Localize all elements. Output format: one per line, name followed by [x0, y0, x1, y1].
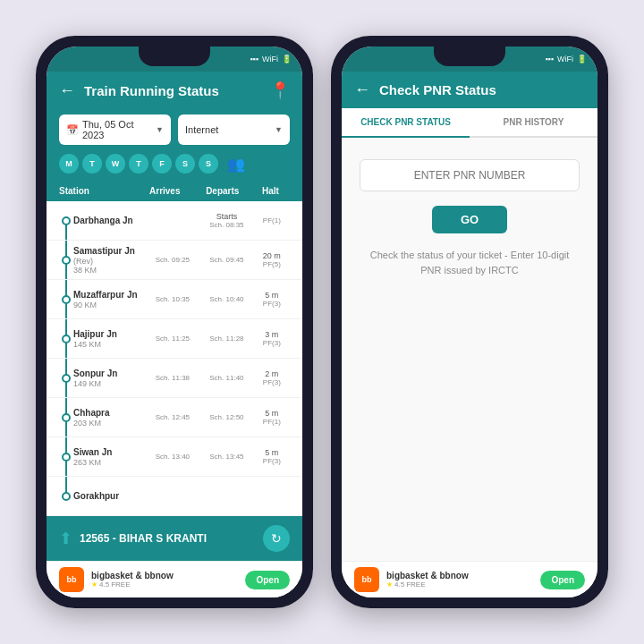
- train-header-title: Train Running Status: [84, 83, 261, 98]
- halt-cell: 20 m PF(5): [254, 251, 290, 268]
- station-info: Gorakhpur: [73, 491, 146, 502]
- train-number: 12565 - BIHAR S KRANTI: [80, 532, 207, 545]
- source-selector[interactable]: Internet ▼: [178, 114, 290, 145]
- star-icon-left: ★: [91, 580, 97, 589]
- station-info: Darbhanga Jn: [73, 216, 146, 226]
- open-button-left[interactable]: Open: [245, 571, 290, 589]
- halt-time: 2 m: [254, 369, 290, 378]
- timeline: [59, 319, 73, 358]
- timeline: [59, 280, 73, 318]
- station-name: Samastipur Jn: [73, 246, 146, 257]
- star-icon-right: ★: [386, 580, 393, 589]
- signal-icon: ▪▪▪: [250, 55, 258, 64]
- departs-sch: Sch. 08:35: [199, 221, 254, 229]
- ad-banner-left: bb bigbasket & bbnow ★ 4.5 FREE Open: [47, 561, 302, 597]
- departs-cell: Sch. 13:45: [199, 453, 254, 461]
- station-km: 90 KM: [73, 301, 146, 309]
- timeline: [59, 437, 73, 476]
- ad-rating-left: ★ 4.5 FREE: [91, 580, 238, 589]
- table-row: Darbhanga Jn Starts Sch. 08:35 PF(1): [47, 201, 302, 241]
- table-row: Muzaffarpur Jn 90 KM Sch. 10:35 Sch. 10:…: [47, 280, 302, 319]
- arrives-cell: Sch. 13:40: [146, 453, 200, 461]
- day-btn-w[interactable]: W: [106, 154, 125, 174]
- train-icon: ⬆: [59, 529, 72, 548]
- departs-cell: Sch. 10:40: [199, 295, 254, 303]
- col-departs: Departs: [194, 186, 252, 196]
- back-button-right[interactable]: ←: [354, 80, 370, 99]
- battery-icon-r: 🔋: [577, 55, 587, 64]
- timeline: [59, 477, 73, 515]
- train-controls: 📅 Thu, 05 Oct 2023 ▼ Internet ▼: [47, 109, 302, 154]
- platform: PF(1): [254, 216, 290, 225]
- station-name: Sonpur Jn: [73, 369, 146, 379]
- station-name: Chhapra: [73, 408, 146, 419]
- timeline-dot: [62, 374, 71, 383]
- rating-value-left: 4.5: [99, 580, 109, 589]
- tab-check-pnr[interactable]: CHECK PNR STATUS: [342, 108, 470, 138]
- pnr-header: ← Check PNR Status: [342, 72, 597, 108]
- day-btn-s2[interactable]: S: [199, 154, 218, 174]
- ad-info-left: bigbasket & bbnow ★ 4.5 FREE: [91, 571, 238, 589]
- pnr-tabs: CHECK PNR STATUS PNR HISTORY: [342, 108, 597, 138]
- day-btn-m[interactable]: M: [59, 154, 79, 174]
- pnr-input[interactable]: [360, 159, 580, 191]
- departs-cell: Sch. 11:40: [199, 374, 254, 382]
- date-text: Thu, 05 Oct 2023: [82, 119, 152, 140]
- refresh-button[interactable]: ↻: [263, 525, 290, 552]
- ad-rating-right: ★ 4.5 FREE: [386, 580, 533, 589]
- col-arrives: Arrives: [136, 186, 194, 196]
- signal-icon-r: ▪▪▪: [545, 55, 554, 64]
- halt-time: 5 m: [254, 448, 290, 457]
- day-btn-t2[interactable]: T: [129, 154, 148, 174]
- back-button-left[interactable]: ←: [59, 81, 75, 100]
- timeline-dot: [62, 295, 71, 304]
- arrives-sch: Sch. 10:35: [146, 295, 200, 303]
- station-name: Siwan Jn: [73, 447, 146, 458]
- station-name: Hajipur Jn: [73, 329, 146, 340]
- go-button[interactable]: GO: [432, 206, 507, 233]
- ad-tag-right: FREE: [406, 580, 425, 589]
- date-selector[interactable]: 📅 Thu, 05 Oct 2023 ▼: [59, 114, 171, 145]
- status-icons-right: ▪▪▪ WiFi 🔋: [545, 55, 587, 64]
- timeline: [59, 359, 73, 397]
- day-btn-t1[interactable]: T: [82, 154, 102, 174]
- timeline-dot: [62, 256, 71, 265]
- timeline-dot: [62, 413, 71, 422]
- departs-sch: Sch. 10:40: [199, 295, 254, 303]
- departs-sch: Sch. 11:28: [199, 335, 254, 343]
- departs-sch: Sch. 09:45: [199, 256, 254, 264]
- battery-icon: 🔋: [282, 55, 292, 64]
- ad-logo-right: bb: [354, 567, 379, 592]
- station-name: Muzaffarpur Jn: [73, 290, 146, 301]
- station-info: Samastipur Jn (Rev) 38 KM: [73, 246, 146, 275]
- station-name: Gorakhpur: [73, 491, 146, 502]
- station-km: 263 KM: [73, 458, 146, 467]
- ad-banner-right: bb bigbasket & bbnow ★ 4.5 FREE Open: [342, 561, 597, 597]
- location-icon[interactable]: 📍: [270, 80, 290, 100]
- platform: PF(1): [254, 418, 290, 426]
- wifi-icon: WiFi: [262, 55, 278, 64]
- day-btn-s1[interactable]: S: [175, 154, 195, 174]
- rating-value-right: 4.5: [394, 580, 404, 589]
- station-sub: (Rev): [73, 257, 146, 266]
- source-text: Internet: [185, 124, 271, 135]
- table-row: Gorakhpur: [47, 477, 302, 516]
- day-filters: M T W T F S S 👥: [47, 154, 302, 181]
- table-row: Chhapra 203 KM Sch. 12:45 Sch. 12:50 5 m…: [47, 398, 302, 437]
- platform: PF(3): [254, 457, 290, 465]
- day-btn-f[interactable]: F: [152, 154, 172, 174]
- departs-sch: Sch. 11:40: [199, 374, 254, 382]
- halt-cell: 5 m PF(3): [254, 448, 290, 465]
- table-row: Hajipur Jn 145 KM Sch. 11:25 Sch. 11:28 …: [47, 319, 302, 359]
- halt-time: 3 m: [254, 330, 290, 339]
- departs-label: Starts: [199, 212, 254, 221]
- platform: PF(3): [254, 339, 290, 347]
- departs-sch: Sch. 13:45: [199, 453, 254, 461]
- platform: PF(5): [254, 260, 290, 268]
- halt-cell: 2 m PF(3): [254, 369, 290, 386]
- arrives-cell: Sch. 12:45: [146, 413, 200, 421]
- left-phone: ▪▪▪ WiFi 🔋 ← Train Running Status 📍 📅 Th…: [36, 36, 313, 608]
- arrives-sch: Sch. 09:25: [146, 256, 200, 264]
- tab-pnr-history[interactable]: PNR HISTORY: [470, 108, 597, 136]
- open-button-right[interactable]: Open: [540, 571, 585, 589]
